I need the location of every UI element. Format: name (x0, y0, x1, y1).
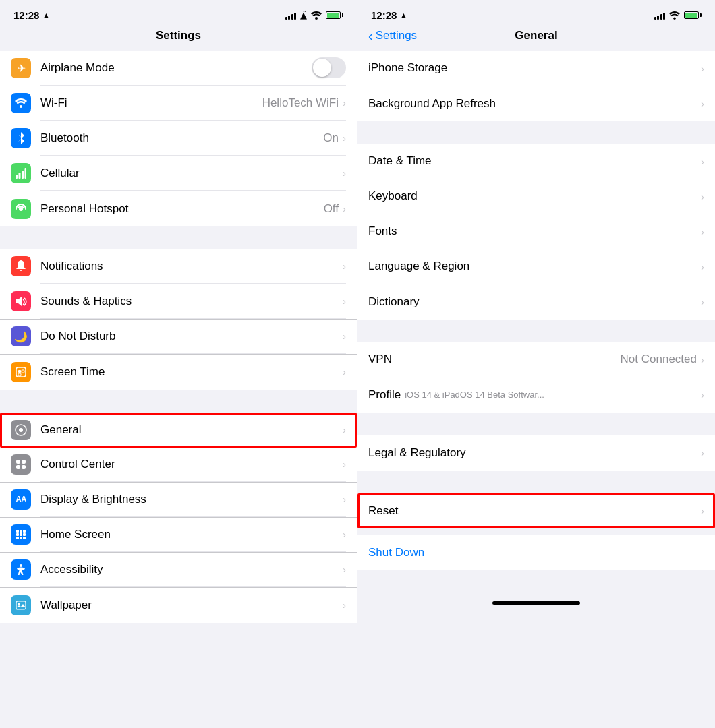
sidebar-item-notifications[interactable]: Notifications › (0, 249, 357, 284)
network-list: ✈ Airplane Mode (0, 51, 357, 226)
displaybrightness-label: Display & Brightness (40, 493, 146, 506)
hotspot-value: Off (324, 202, 339, 216)
sidebar-item-homescreen[interactable]: Home Screen › (0, 518, 357, 553)
displaybrightness-chevron: › (343, 493, 346, 505)
cellular-chevron: › (343, 167, 346, 179)
sidebar-item-hotspot[interactable]: Personal Hotspot Off › (0, 191, 357, 226)
wifi-chevron: › (343, 97, 346, 109)
right-item-datetime[interactable]: Date & Time › (358, 144, 715, 179)
right-item-legal[interactable]: Legal & Regulatory › (358, 435, 715, 471)
svg-point-0 (315, 17, 318, 20)
sidebar-item-accessibility[interactable]: Accessibility › (0, 553, 357, 588)
right-group-vpn: VPN Not Connected › Profile iOS 14 & iPa… (358, 342, 715, 413)
languageregion-label: Language & Region (368, 260, 469, 273)
fonts-chevron: › (701, 226, 704, 237)
time-left: 12:28 (13, 9, 39, 21)
right-item-vpn[interactable]: VPN Not Connected › (358, 342, 715, 377)
sidebar-item-airplane[interactable]: ✈ Airplane Mode (0, 51, 357, 86)
controlcenter-label: Control Center (40, 458, 115, 471)
wifi-icon-left (311, 11, 322, 20)
svg-rect-2 (16, 175, 18, 179)
back-label: Settings (376, 29, 417, 42)
sidebar-item-sounds[interactable]: Sounds & Haptics › (0, 284, 357, 320)
datetime-list: Date & Time › Keyboard › Fonts › (358, 144, 715, 320)
sidebar-item-donotdisturb[interactable]: 🌙 Do Not Disturb › (0, 320, 357, 355)
languageregion-chevron: › (701, 261, 704, 272)
reset-chevron: › (701, 505, 704, 516)
keyboard-label: Keyboard (368, 189, 418, 203)
wifi-icon-right (669, 11, 680, 20)
right-item-languageregion[interactable]: Language & Region › (358, 249, 715, 284)
sidebar-item-controlcenter[interactable]: Control Center › (0, 448, 357, 483)
svg-rect-10 (18, 373, 21, 376)
right-divider-2 (358, 320, 715, 342)
svg-rect-20 (16, 533, 19, 536)
hotspot-label: Personal Hotspot (40, 202, 128, 216)
vpn-chevron: › (701, 354, 704, 365)
wallpaper-label: Wallpaper (40, 599, 92, 612)
screentime-label: Screen Time (40, 365, 105, 379)
general-label: General (40, 423, 81, 437)
page-title-left: Settings (156, 29, 201, 42)
signal-bars-right (654, 11, 666, 20)
right-item-dictionary[interactable]: Dictionary › (358, 284, 715, 320)
right-item-reset[interactable]: Reset › (358, 493, 715, 528)
datetime-chevron: › (701, 156, 704, 167)
svg-rect-18 (20, 530, 22, 533)
time-right: 12:28 (371, 9, 397, 21)
sidebar-item-wifi[interactable]: Wi-Fi HelloTech WiFi › (0, 86, 357, 121)
right-item-keyboard[interactable]: Keyboard › (358, 179, 715, 214)
wallpaper-chevron: › (343, 599, 346, 611)
donotdisturb-chevron: › (343, 330, 346, 342)
sidebar-item-screentime[interactable]: Screen Time › (0, 355, 357, 390)
back-button[interactable]: ‹ Settings (368, 29, 417, 42)
sidebar-item-bluetooth[interactable]: Bluetooth On › (0, 121, 357, 156)
profile-sublabel: iOS 14 & iPadOS 14 Beta Softwar... (405, 390, 544, 400)
shutdown-label: Shut Down (368, 546, 424, 559)
homescreen-icon (11, 524, 31, 545)
reset-list: Reset › (358, 493, 715, 528)
right-item-profile[interactable]: Profile iOS 14 & iPadOS 14 Beta Softwar.… (358, 377, 715, 413)
wifi-status-icon-left: ▲̈ (300, 10, 307, 20)
right-item-shutdown[interactable]: Shut Down (358, 535, 715, 570)
sounds-chevron: › (343, 295, 346, 307)
donotdisturb-icon: 🌙 (11, 326, 31, 346)
homescreen-label: Home Screen (40, 528, 111, 541)
signal-bars-left (285, 11, 297, 20)
accessibility-icon (11, 559, 31, 580)
dictionary-chevron: › (701, 296, 704, 307)
battery-icon-right (684, 11, 702, 19)
right-divider-5 (358, 528, 715, 535)
bluetooth-label: Bluetooth (40, 131, 89, 145)
wifi-value: HelloTech WiFi (262, 96, 339, 110)
svg-rect-24 (20, 537, 22, 539)
status-bar-left: 12:28 ▲ ▲̈ (0, 0, 357, 26)
sidebar-item-wallpaper[interactable]: Wallpaper › (0, 588, 357, 623)
screentime-icon (11, 362, 31, 382)
hotspot-chevron: › (343, 203, 346, 214)
vpn-value: Not Connected (621, 353, 697, 366)
group-general: General › (0, 413, 357, 623)
right-item-iphonestorage[interactable]: iPhone Storage › (358, 51, 715, 86)
svg-point-26 (20, 564, 22, 567)
bluetooth-chevron: › (343, 132, 346, 144)
right-item-backgroundapprefresh[interactable]: Background App Refresh › (358, 86, 715, 121)
profile-chevron: › (701, 389, 704, 400)
sidebar-item-cellular[interactable]: Cellular › (0, 156, 357, 191)
general-chevron: › (343, 424, 346, 435)
svg-rect-21 (20, 533, 22, 536)
svg-rect-5 (25, 168, 27, 179)
airplane-toggle[interactable] (312, 57, 346, 78)
scroll-area-right[interactable]: iPhone Storage › Background App Refresh … (358, 51, 715, 729)
svg-rect-3 (19, 173, 21, 179)
right-item-fonts[interactable]: Fonts › (358, 214, 715, 249)
notifications-chevron: › (343, 260, 346, 272)
sidebar-item-general[interactable]: General › (0, 413, 357, 448)
svg-point-28 (18, 603, 20, 605)
nav-header-left: Settings (0, 26, 357, 51)
sidebar-item-displaybrightness[interactable]: AA Display & Brightness › (0, 483, 357, 518)
svg-point-6 (19, 207, 23, 211)
nav-header-right: ‹ Settings General (358, 26, 715, 51)
scroll-area-left[interactable]: ✈ Airplane Mode (0, 51, 357, 729)
right-group-legal: Legal & Regulatory › (358, 435, 715, 471)
